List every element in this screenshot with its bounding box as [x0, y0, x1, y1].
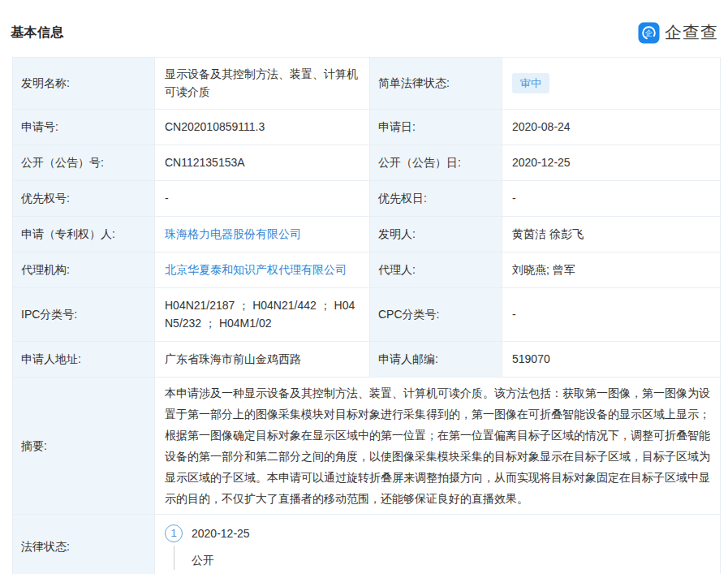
- status-badge: 审中: [512, 73, 549, 93]
- row-publication-no: 公开（公告）号: CN112135153A 公开（公告）日: 2020-12-2…: [13, 145, 721, 181]
- publication-date-value: 2020-12-25: [502, 145, 721, 181]
- invention-name-label: 发明名称:: [13, 58, 155, 110]
- row-address: 申请人地址: 广东省珠海市前山金鸡西路 申请人邮编: 519070: [13, 342, 721, 378]
- applicant-link[interactable]: 珠海格力电器股份有限公司: [165, 227, 301, 240]
- patent-basic-info-page: 基本信息 企 企查查 发明名称: 显示设备及其控制方法、装置、计算机可读介质 简…: [0, 0, 728, 574]
- row-legal-status: 法律状态: 1 2020-12-25 公开: [13, 515, 721, 574]
- publication-no-value: CN112135153A: [155, 145, 370, 181]
- abstract-value: 本申请涉及一种显示设备及其控制方法、装置、计算机可读介质。该方法包括：获取第一图…: [155, 378, 721, 515]
- qichacha-brand[interactable]: 企 企查查: [638, 21, 718, 44]
- row-abstract: 摘要: 本申请涉及一种显示设备及其控制方法、装置、计算机可读介质。该方法包括：获…: [13, 378, 721, 515]
- priority-no-value: -: [155, 181, 370, 217]
- cpc-label: CPC分类号:: [370, 288, 502, 342]
- page-header: 基本信息 企 企查查: [11, 21, 720, 44]
- publication-no-label: 公开（公告）号:: [13, 145, 155, 181]
- row-applicant: 申请（专利权）人: 珠海格力电器股份有限公司 发明人: 黄茵洁 徐彭飞: [13, 217, 721, 252]
- timeline-connector-line: [174, 546, 174, 570]
- zip-label: 申请人邮编:: [370, 342, 502, 378]
- ipc-label: IPC分类号:: [13, 288, 155, 342]
- address-label: 申请人地址:: [13, 342, 155, 378]
- ipc-value: H04N21/2187 ； H04N21/442 ； H04N5/232 ； H…: [155, 288, 370, 342]
- agent-value: 刘晓燕; 曾军: [502, 252, 721, 288]
- agency-label: 代理机构:: [13, 252, 155, 288]
- row-agency: 代理机构: 北京华夏泰和知识产权代理有限公司 代理人: 刘晓燕; 曾军: [13, 252, 721, 288]
- cpc-value: -: [502, 288, 721, 342]
- priority-date-label: 优先权日:: [370, 181, 502, 217]
- priority-date-value: -: [502, 181, 721, 217]
- page-title: 基本信息: [11, 24, 64, 41]
- brand-name: 企查查: [665, 21, 718, 44]
- priority-no-label: 优先权号:: [13, 181, 155, 217]
- application-no-label: 申请号:: [13, 110, 155, 145]
- address-value: 广东省珠海市前山金鸡西路: [155, 342, 370, 378]
- timeline-entry: 2020-12-25 公开: [192, 524, 250, 570]
- legal-status-label: 法律状态:: [13, 515, 155, 574]
- agent-label: 代理人:: [370, 252, 502, 288]
- publication-date-label: 公开（公告）日:: [370, 145, 502, 181]
- row-priority: 优先权号: - 优先权日: -: [13, 181, 721, 217]
- timeline-date: 2020-12-25: [192, 524, 250, 542]
- invention-name-value: 显示设备及其控制方法、装置、计算机可读介质: [155, 58, 370, 110]
- inventor-label: 发明人:: [370, 217, 502, 252]
- timeline-step-number: 1: [165, 524, 183, 542]
- agency-link[interactable]: 北京华夏泰和知识产权代理有限公司: [165, 263, 347, 276]
- applicant-label: 申请（专利权）人:: [13, 217, 155, 252]
- row-ipc: IPC分类号: H04N21/2187 ； H04N21/442 ； H04N5…: [13, 288, 721, 342]
- inventor-value: 黄茵洁 徐彭飞: [502, 217, 721, 252]
- abstract-label: 摘要:: [13, 378, 155, 515]
- application-no-value: CN202010859111.3: [155, 110, 370, 145]
- legal-status-timeline: 1 2020-12-25 公开: [165, 523, 709, 572]
- row-invention-name: 发明名称: 显示设备及其控制方法、装置、计算机可读介质 简单法律状态: 审中: [13, 58, 721, 110]
- simple-legal-status-label: 简单法律状态:: [370, 58, 502, 110]
- basic-info-table: 发明名称: 显示设备及其控制方法、装置、计算机可读介质 简单法律状态: 审中 申…: [12, 57, 721, 574]
- application-date-label: 申请日:: [370, 110, 502, 145]
- application-date-value: 2020-08-24: [502, 110, 721, 145]
- qichacha-logo-icon: 企: [638, 22, 660, 44]
- svg-text:企: 企: [645, 28, 653, 37]
- timeline-marker: 1: [165, 524, 183, 570]
- zip-value: 519070: [502, 342, 721, 378]
- row-application-no: 申请号: CN202010859111.3 申请日: 2020-08-24: [13, 110, 721, 145]
- timeline-status: 公开: [192, 552, 250, 570]
